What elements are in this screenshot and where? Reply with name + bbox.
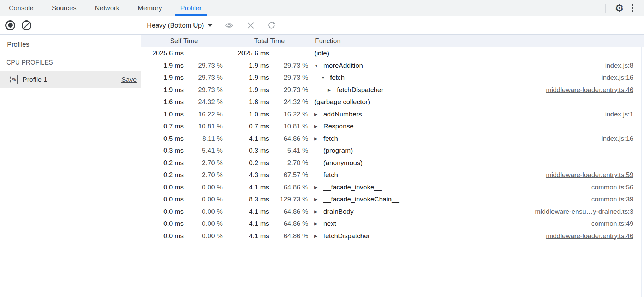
table-row[interactable]: 0.5 ms8.11 %4.1 ms64.86 %▶fetchindex.js:…	[141, 133, 644, 145]
table-row[interactable]: 1.9 ms29.73 %1.9 ms29.73 %▼fetchindex.js…	[141, 72, 644, 84]
table-row[interactable]: 0.0 ms0.00 %4.1 ms64.86 %▶fetchDispatche…	[141, 230, 644, 242]
restore-refresh-icon[interactable]	[266, 19, 278, 31]
self-time-cell-percent: 2.70 %	[184, 169, 227, 181]
view-mode-dropdown[interactable]: Heavy (Bottom Up)	[146, 20, 213, 31]
source-link[interactable]: middleware-loader.entry.ts:59	[546, 169, 644, 181]
table-row[interactable]: 0.2 ms2.70 %4.3 ms67.57 %fetchmiddleware…	[141, 169, 644, 181]
table-row[interactable]: 1.0 ms16.22 %1.0 ms16.22 %▶addNumbersind…	[141, 108, 644, 121]
self-time-cell-percent: 29.73 %	[184, 72, 227, 84]
total-time-cell: 4.1 ms64.86 %	[227, 218, 312, 230]
table-row[interactable]: 1.9 ms29.73 %1.9 ms29.73 %▼moreAdditioni…	[141, 60, 644, 72]
source-link[interactable]: common.ts:56	[591, 181, 644, 194]
total-time-cell-ms: 1.0 ms	[227, 108, 269, 121]
source-link[interactable]: common.ts:49	[591, 218, 644, 230]
table-row[interactable]: 1.6 ms24.32 %1.6 ms24.32 %(garbage colle…	[141, 96, 644, 108]
view-mode-label: Heavy (Bottom Up)	[147, 22, 204, 29]
self-time-cell: 0.5 ms8.11 %	[141, 133, 227, 145]
tab-console[interactable]: Console	[9, 0, 34, 16]
bottom-up-datagrid: Self Time Total Time Function 2025.6 ms2…	[141, 35, 644, 297]
source-link[interactable]: index.js:1	[605, 108, 644, 121]
settings-gear-icon[interactable]: ⚙	[612, 0, 627, 16]
function-cell: ▶__facade_invokeChain__common.ts:39	[312, 193, 644, 206]
source-link[interactable]: index.js:8	[605, 60, 644, 72]
disclosure-triangle-icon[interactable]: ▶	[314, 230, 323, 242]
function-cell: ▶__facade_invoke__common.ts:56	[312, 181, 644, 194]
total-time-cell-percent: 29.73 %	[269, 60, 312, 72]
disclosure-triangle-icon[interactable]: ▶	[314, 108, 323, 121]
disclosure-triangle-icon[interactable]: ▼	[321, 72, 330, 84]
disclosure-triangle-icon[interactable]: ▼	[314, 60, 323, 72]
table-row[interactable]: 0.7 ms10.81 %0.7 ms10.81 %▶Response	[141, 120, 644, 133]
total-time-cell-ms: 1.6 ms	[227, 96, 269, 108]
column-header-total-time[interactable]: Total Time	[227, 35, 312, 47]
function-name: (garbage collector)	[314, 96, 370, 108]
tab-network[interactable]: Network	[95, 0, 119, 16]
total-time-cell: 1.9 ms29.73 %	[227, 72, 312, 84]
function-name: __facade_invokeChain__	[323, 193, 399, 206]
clear-profiles-icon[interactable]	[22, 20, 31, 30]
column-header-function[interactable]: Function	[312, 35, 644, 47]
total-time-cell: 4.1 ms64.86 %	[227, 133, 312, 145]
source-link[interactable]: common.ts:39	[591, 193, 644, 206]
table-row[interactable]: 0.0 ms0.00 %4.1 ms64.86 %▶nextcommon.ts:…	[141, 218, 644, 230]
function-name: addNumbers	[323, 108, 362, 121]
total-time-cell-percent: 10.81 %	[269, 120, 312, 133]
more-menu-icon[interactable]	[627, 2, 638, 14]
sidebar-item-profile-1[interactable]: % Profile 1 Save	[0, 71, 141, 88]
function-name: __facade_invoke__	[323, 181, 382, 194]
record-icon[interactable]	[5, 20, 15, 30]
cpu-profile-document-icon: %	[10, 75, 18, 84]
function-name: fetchDispatcher	[337, 84, 383, 96]
source-link[interactable]: index.js:16	[601, 133, 644, 145]
function-cell: ▶fetchDispatchermiddleware-loader.entry.…	[312, 230, 644, 242]
self-time-cell-ms: 0.2 ms	[141, 157, 184, 169]
tab-memory[interactable]: Memory	[138, 0, 162, 16]
table-row[interactable]: 0.0 ms0.00 %4.1 ms64.86 %▶drainBodymiddl…	[141, 206, 644, 218]
disclosure-triangle-icon[interactable]: ▶	[314, 181, 323, 194]
total-time-cell-percent: 129.73 %	[269, 193, 312, 206]
total-time-cell-percent: 2.70 %	[269, 157, 312, 169]
disclosure-triangle-icon[interactable]: ▶	[314, 218, 323, 230]
profiler-toolbar: Heavy (Bottom Up)	[0, 16, 644, 35]
function-cell: fetchmiddleware-loader.entry.ts:59	[312, 169, 644, 181]
disclosure-triangle-icon[interactable]: ▶	[314, 120, 323, 133]
table-row[interactable]: 2025.6 ms2025.6 ms(idle)	[141, 47, 644, 60]
table-row[interactable]: 0.2 ms2.70 %0.2 ms2.70 %(anonymous)	[141, 157, 644, 169]
self-time-cell-ms: 0.3 ms	[141, 145, 184, 157]
function-cell: ▶addNumbersindex.js:1	[312, 108, 644, 121]
chevron-down-icon	[208, 24, 213, 27]
total-time-cell: 1.9 ms29.73 %	[227, 84, 312, 96]
tab-profiler[interactable]: Profiler	[180, 0, 202, 16]
disclosure-triangle-icon[interactable]: ▶	[328, 84, 337, 96]
table-row[interactable]: 1.9 ms29.73 %1.9 ms29.73 %▶fetchDispatch…	[141, 84, 644, 96]
self-time-cell-ms: 0.0 ms	[141, 230, 184, 242]
function-cell: ▶Response	[312, 120, 644, 133]
function-cell: ▶fetchindex.js:16	[312, 133, 644, 145]
tabbar-divider	[605, 4, 606, 13]
self-time-cell-ms: 0.2 ms	[141, 169, 184, 181]
profiles-sidebar: Profiles CPU PROFILES % Profile 1 Save	[0, 35, 141, 297]
function-cell: ▶fetchDispatchermiddleware-loader.entry.…	[312, 84, 644, 96]
column-header-self-time[interactable]: Self Time	[141, 35, 227, 47]
function-cell: (anonymous)	[312, 157, 644, 169]
source-link[interactable]: index.js:16	[601, 72, 644, 84]
disclosure-triangle-icon[interactable]: ▶	[314, 133, 323, 145]
source-link[interactable]: middleware-ensu…y-drained.ts:3	[535, 206, 644, 218]
exclude-close-icon[interactable]	[245, 20, 256, 31]
table-row[interactable]: 0.3 ms5.41 %0.3 ms5.41 %(program)	[141, 145, 644, 157]
table-row[interactable]: 0.0 ms0.00 %8.3 ms129.73 %▶__facade_invo…	[141, 193, 644, 206]
main-area: Profiles CPU PROFILES % Profile 1 Save S…	[0, 35, 644, 297]
self-time-cell: 0.2 ms2.70 %	[141, 169, 227, 181]
tab-sources[interactable]: Sources	[52, 0, 77, 16]
focus-eye-icon[interactable]	[222, 20, 236, 31]
disclosure-triangle-icon[interactable]: ▶	[314, 193, 323, 206]
total-time-cell: 8.3 ms129.73 %	[227, 193, 312, 206]
disclosure-triangle-icon[interactable]: ▶	[314, 206, 323, 218]
save-profile-link[interactable]: Save	[121, 76, 137, 84]
self-time-cell-ms: 0.0 ms	[141, 193, 184, 206]
source-link[interactable]: middleware-loader.entry.ts:46	[546, 84, 644, 96]
table-row[interactable]: 0.0 ms0.00 %4.1 ms64.86 %▶__facade_invok…	[141, 181, 644, 194]
self-time-cell: 0.0 ms0.00 %	[141, 206, 227, 218]
source-link[interactable]: middleware-loader.entry.ts:46	[546, 230, 644, 242]
function-name: (anonymous)	[323, 157, 363, 169]
